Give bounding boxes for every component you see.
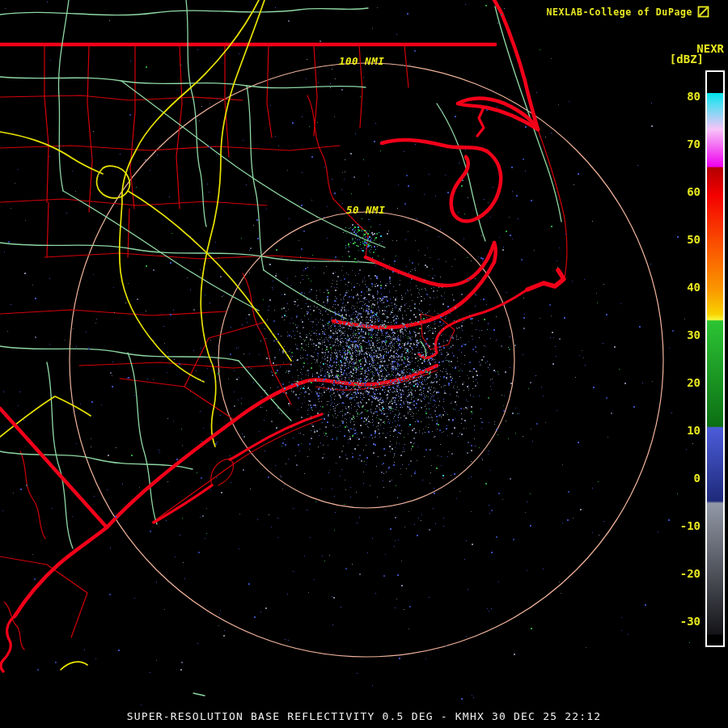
range-ring-label-100nmi: 100 NMI	[339, 55, 384, 67]
colorbar-tick-label: 30	[652, 328, 700, 342]
colorbar-tick-label: -20	[652, 566, 700, 581]
colorbar-tick-label: -10	[652, 518, 700, 533]
colorbar-units-label: [dBZ]	[670, 53, 704, 66]
colorbar-tick-label: 60	[652, 184, 700, 199]
radar-echo-layer	[0, 0, 728, 728]
product-caption: SUPER-RESOLUTION BASE REFLECTIVITY 0.5 D…	[0, 710, 728, 722]
colorbar-tick-label: 70	[652, 137, 700, 151]
colorbar-scale	[707, 72, 723, 645]
colorbar-tick-label: 50	[652, 232, 700, 247]
colorbar-tick-label: 10	[652, 423, 700, 438]
range-ring-label-50nmi: 50 NMI	[346, 204, 385, 216]
radar-display: 100 NMI 50 NMI NEXLAB-College of DuPage …	[0, 0, 728, 728]
colorbar-tick-label: -30	[652, 614, 700, 629]
colorbar	[705, 70, 725, 647]
colorbar-tick-label: 0	[652, 471, 700, 485]
brand-title: NEXLAB-College of DuPage	[546, 6, 692, 18]
colorbar-tick-label: 80	[652, 89, 700, 104]
colorbar-tick-label: 40	[652, 280, 700, 294]
square-diagonal-icon	[697, 6, 709, 18]
colorbar-tick-label: 20	[652, 375, 700, 390]
